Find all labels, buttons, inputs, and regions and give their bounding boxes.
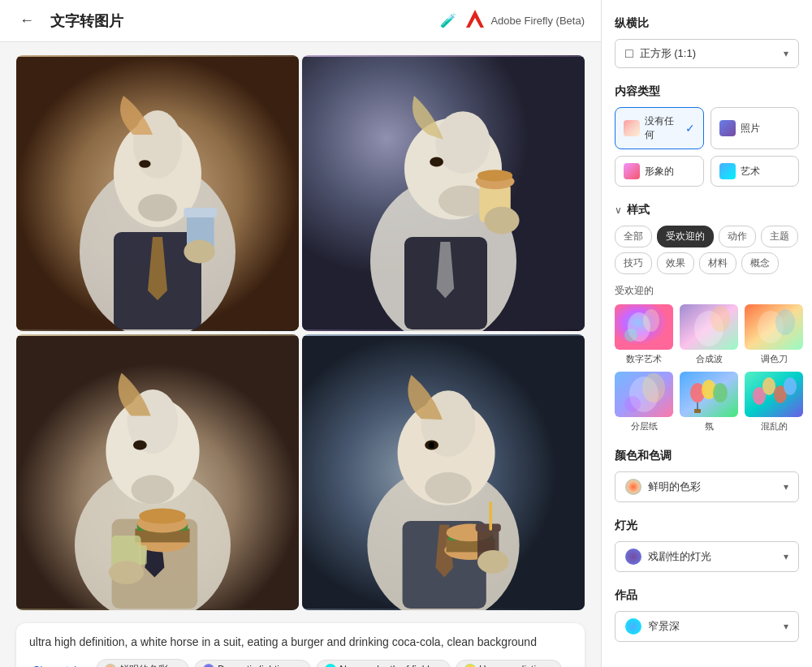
lighting-dropdown[interactable]: 戏剧性的灯光 ▾ xyxy=(615,541,799,572)
generated-image-3[interactable] xyxy=(16,334,299,610)
dramatic-icon xyxy=(203,664,214,667)
svg-point-48 xyxy=(429,442,434,448)
aspect-ratio-arrow-icon: ▾ xyxy=(784,48,788,59)
svg-point-49 xyxy=(425,472,472,503)
svg-point-71 xyxy=(624,396,641,412)
style-thumb-layered xyxy=(615,372,673,417)
style-grid: 数字艺术 合成波 xyxy=(615,304,799,432)
style-item-synth[interactable]: 合成波 xyxy=(680,304,738,365)
adobe-logo: Adobe Firefly (Beta) xyxy=(466,10,585,32)
color-tone-arrow-icon: ▾ xyxy=(784,481,788,493)
horse-image-2 xyxy=(302,55,585,331)
vivid-icon xyxy=(105,664,116,667)
svg-point-80 xyxy=(762,377,775,395)
filter-tab-theme[interactable]: 主题 xyxy=(761,226,798,247)
tag-dramatic[interactable]: Dramatic lighting ✕ xyxy=(194,660,311,667)
tag-hyper[interactable]: Hyper realistic ✕ xyxy=(456,660,562,667)
svg-rect-77 xyxy=(694,409,701,413)
back-button[interactable]: ← xyxy=(16,9,37,32)
generated-image-4[interactable] xyxy=(302,334,585,610)
filter-tab-popular[interactable]: 受欢迎的 xyxy=(657,226,714,247)
horse-image-4 xyxy=(302,334,585,610)
style-thumb-toning xyxy=(745,304,803,350)
style-item-chaotic[interactable]: 混乱的 xyxy=(745,372,803,432)
clear-styles-button[interactable]: Clear styles xyxy=(29,662,91,667)
svg-point-18 xyxy=(435,111,490,174)
svg-point-8 xyxy=(139,160,150,168)
lighting-arrow-icon: ▾ xyxy=(784,551,788,562)
filter-tab-concept[interactable]: 概念 xyxy=(741,252,779,274)
svg-rect-11 xyxy=(184,208,217,217)
horse-image-1 xyxy=(16,55,299,331)
work-icon xyxy=(625,618,641,635)
ct-none-label: 没有任何 xyxy=(645,114,679,142)
popular-label: 受欢迎的 xyxy=(615,284,799,298)
ct-photo-label: 照片 xyxy=(741,122,760,136)
style-item-toning[interactable]: 调色刀 xyxy=(745,304,803,365)
style-name-air: 氛 xyxy=(705,420,714,432)
filter-tab-material[interactable]: 材料 xyxy=(699,252,736,274)
filter-tab-action[interactable]: 动作 xyxy=(719,226,756,247)
aspect-ratio-section: 纵横比 □ 正方形 (1:1) ▾ xyxy=(615,16,799,68)
svg-point-60 xyxy=(643,309,659,332)
tag-vivid-remove[interactable]: ✕ xyxy=(173,665,180,667)
style-item-air[interactable]: 氛 xyxy=(680,372,738,432)
svg-point-64 xyxy=(710,306,730,332)
style-item-digital[interactable]: 数字艺术 xyxy=(615,304,673,365)
adobe-icon xyxy=(466,10,484,32)
svg-point-57 xyxy=(477,550,508,574)
tag-narrow[interactable]: Narrow depth of field ✕ xyxy=(316,660,451,667)
prompt-area: ultra high definition, a white horse in … xyxy=(16,623,585,667)
svg-point-70 xyxy=(642,373,665,402)
svg-rect-55 xyxy=(476,524,501,532)
tag-dramatic-remove[interactable]: ✕ xyxy=(295,665,302,667)
svg-point-37 xyxy=(139,508,186,523)
lighting-title: 灯光 xyxy=(615,519,799,533)
color-tone-dropdown[interactable]: 鲜明的色彩 ▾ xyxy=(615,471,799,502)
tag-narrow-remove[interactable]: ✕ xyxy=(434,665,442,667)
content-type-photo[interactable]: 照片 xyxy=(710,107,800,149)
svg-point-82 xyxy=(784,377,797,395)
tag-vivid-label: 鲜明的色彩 xyxy=(119,663,168,667)
svg-point-19 xyxy=(430,157,443,167)
generated-image-2[interactable] xyxy=(302,55,585,331)
content-type-fig[interactable]: 形象的 xyxy=(615,156,704,187)
horse-image-3 xyxy=(16,334,299,610)
filter-tab-all[interactable]: 全部 xyxy=(615,226,652,247)
svg-rect-56 xyxy=(489,501,492,531)
ct-none-check-icon: ✓ xyxy=(685,122,695,135)
lighting-section: 灯光 戏剧性的灯光 ▾ xyxy=(615,519,799,572)
content-types-grid: 没有任何 ✓ 照片 形象的 艺术 xyxy=(615,107,799,187)
tag-narrow-label: Narrow depth of field xyxy=(339,664,430,667)
style-thumb-digital xyxy=(615,304,673,350)
narrow-icon xyxy=(325,664,336,667)
svg-point-40 xyxy=(109,561,144,584)
content-type-art[interactable]: 艺术 xyxy=(710,156,800,187)
tag-hyper-remove[interactable]: ✕ xyxy=(546,665,553,667)
svg-point-61 xyxy=(624,329,637,342)
work-dropdown[interactable]: 窄景深 ▾ xyxy=(615,611,799,642)
svg-point-12 xyxy=(184,240,214,264)
square-icon: □ xyxy=(625,46,633,61)
style-name-toning: 调色刀 xyxy=(761,353,788,365)
generated-image-1[interactable] xyxy=(16,55,299,331)
filter-tab-effect[interactable]: 效果 xyxy=(657,252,694,274)
svg-point-67 xyxy=(775,309,795,335)
aspect-ratio-dropdown[interactable]: □ 正方形 (1:1) ▾ xyxy=(615,39,799,68)
svg-point-9 xyxy=(138,194,177,222)
style-thumb-chaotic xyxy=(745,372,803,417)
tag-vivid[interactable]: 鲜明的色彩 ✕ xyxy=(96,659,189,667)
style-header: ∨ 样式 xyxy=(615,203,799,217)
work-title: 作品 xyxy=(615,588,799,603)
filter-tab-skill[interactable]: 技巧 xyxy=(615,252,652,274)
style-collapse-icon[interactable]: ∨ xyxy=(615,204,622,216)
style-item-layered[interactable]: 分层纸 xyxy=(615,372,673,432)
content-type-none[interactable]: 没有任何 ✓ xyxy=(615,107,704,149)
hyper-icon xyxy=(464,664,476,667)
content-type-title: 内容类型 xyxy=(615,84,799,99)
svg-point-75 xyxy=(713,383,728,402)
style-thumb-synth xyxy=(680,304,738,350)
lighting-value: 戏剧性的灯光 xyxy=(648,549,784,564)
svg-point-32 xyxy=(132,476,175,505)
svg-point-24 xyxy=(484,207,519,235)
